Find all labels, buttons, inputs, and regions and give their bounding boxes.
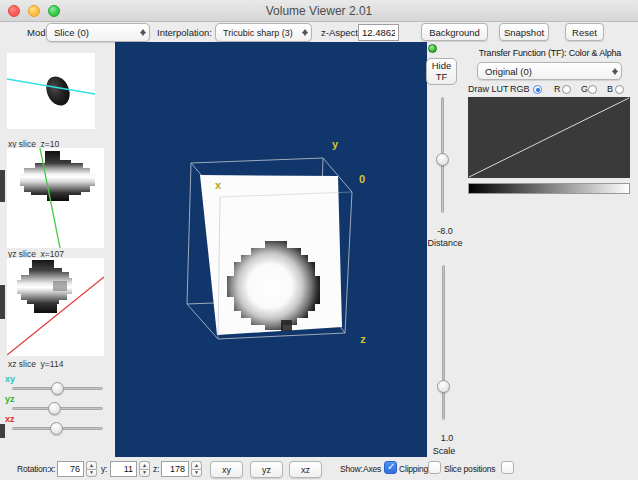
- hide-tf-button[interactable]: Hide TF: [426, 58, 457, 85]
- xz-slider-label: xz: [5, 414, 15, 424]
- chevron-updown-icon: [136, 26, 149, 39]
- rotation-y-stepper[interactable]: ▲▼: [139, 461, 150, 477]
- rotation-x-input[interactable]: [57, 461, 84, 477]
- tf-panel-title: Transfer Function (TF): Color & Alpha: [462, 48, 638, 58]
- yz-slider-label: yz: [5, 394, 15, 404]
- rotation-label: Rotation:: [17, 464, 49, 474]
- interpolation-dropdown[interactable]: Tricubic sharp (3): [215, 23, 312, 42]
- channel-g-label: G: [581, 84, 588, 94]
- slice-edge-fragment: [0, 170, 5, 202]
- scale-value: 1.0: [427, 433, 467, 443]
- tf-preset-dropdown-value: Original (0): [485, 66, 608, 77]
- slice-positions-label: Slice positions: [444, 464, 495, 474]
- xz-slice-slider-thumb[interactable]: [50, 422, 63, 435]
- hide-tf-button-line2: TF: [436, 72, 448, 83]
- z-aspect-label: z-Aspect:: [321, 27, 361, 38]
- distance-value: -8.0: [425, 226, 465, 236]
- show-label: Show:: [340, 464, 363, 474]
- clipping-label: Clipping: [399, 464, 428, 474]
- draw-lut-label: Draw LUT: [468, 84, 509, 94]
- axes-label: Axes: [363, 464, 381, 474]
- xy-slice-slider-thumb[interactable]: [51, 382, 64, 395]
- chevron-updown-icon: [608, 65, 621, 78]
- axis-x-label: x: [215, 179, 222, 191]
- rotation-y-label: y:: [101, 464, 107, 474]
- mode-dropdown[interactable]: Slice (0): [46, 23, 150, 42]
- view-yz-button[interactable]: yz: [250, 461, 283, 478]
- volume-3d-view[interactable]: x y 0 z: [115, 42, 427, 457]
- slice-positions-checkbox[interactable]: [501, 461, 514, 474]
- axis-origin-label: 0: [359, 173, 365, 185]
- xz-slice-thumbnail[interactable]: [7, 258, 104, 356]
- background-button[interactable]: Background: [421, 23, 488, 41]
- channel-b-label: B: [607, 84, 613, 94]
- rotation-y-input[interactable]: [110, 461, 137, 477]
- lut-gradient-bar: [468, 183, 630, 194]
- distance-label: Distance: [425, 238, 465, 248]
- slice-edge-fragment: [0, 424, 5, 438]
- snapshot-button[interactable]: Snapshot: [499, 23, 549, 41]
- xz-slice-label: xz slice y=114: [8, 359, 63, 369]
- title-bar: Volume Viewer 2.01: [0, 0, 638, 22]
- chevron-updown-icon: [298, 26, 311, 39]
- distance-slider-thumb[interactable]: [436, 153, 449, 166]
- slice-edge-fragment: [0, 285, 5, 319]
- rotation-x-label: x:: [49, 464, 55, 474]
- axes-checkbox[interactable]: [384, 461, 397, 474]
- rotation-x-stepper[interactable]: ▲▼: [86, 461, 97, 477]
- tf-status-led-icon: [428, 44, 437, 53]
- view-xy-button[interactable]: xy: [210, 461, 243, 478]
- interpolation-label: Interpolation:: [157, 27, 212, 38]
- xy-slice-thumbnail[interactable]: [7, 53, 95, 129]
- xy-slider-label: xy: [5, 374, 15, 384]
- z-aspect-input[interactable]: [358, 24, 399, 41]
- channel-r-radio[interactable]: [562, 85, 571, 94]
- channel-rgb-radio[interactable]: [533, 85, 542, 94]
- channel-r-label: R: [554, 84, 561, 94]
- channel-rgb-label: RGB: [510, 84, 530, 94]
- yz-slice-slider-thumb[interactable]: [48, 402, 61, 415]
- channel-g-radio[interactable]: [588, 85, 597, 94]
- axis-z-label: z: [360, 333, 366, 345]
- scale-slider[interactable]: [442, 265, 445, 420]
- tf-preset-dropdown[interactable]: Original (0): [477, 62, 622, 80]
- clipping-checkbox[interactable]: [428, 461, 441, 474]
- rotation-z-stepper[interactable]: ▲▼: [191, 461, 202, 477]
- volume-viewer-window: Volume Viewer 2.01 Mode: Slice (0) Inter…: [0, 0, 638, 480]
- scale-label: Scale: [424, 446, 464, 456]
- reset-button[interactable]: Reset: [565, 23, 604, 41]
- rotation-z-input[interactable]: [161, 461, 189, 477]
- lut-draw-canvas[interactable]: [468, 97, 630, 178]
- interpolation-dropdown-value: Tricubic sharp (3): [223, 28, 298, 38]
- yz-slice-thumbnail[interactable]: [7, 148, 104, 248]
- scale-slider-thumb[interactable]: [437, 380, 450, 393]
- hide-tf-button-line1: Hide: [432, 61, 452, 72]
- axis-y-label: y: [332, 138, 339, 150]
- view-xz-button[interactable]: xz: [289, 461, 322, 478]
- channel-b-radio[interactable]: [615, 85, 624, 94]
- rotation-z-label: z:: [153, 464, 159, 474]
- window-title: Volume Viewer 2.01: [0, 4, 638, 18]
- mode-dropdown-value: Slice (0): [54, 27, 136, 38]
- lut-curve-line: [469, 98, 629, 177]
